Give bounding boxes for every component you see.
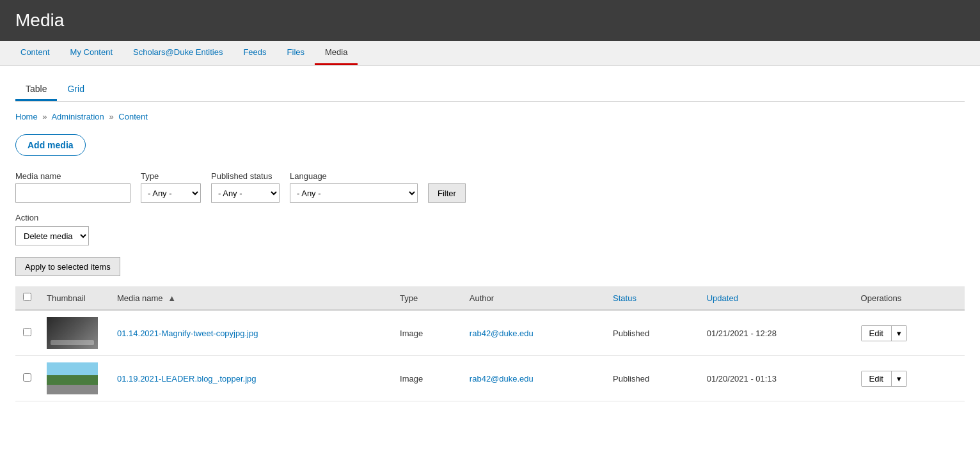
page-header: Media: [0, 0, 980, 41]
page-title: Media: [15, 10, 965, 31]
view-tab-grid[interactable]: Grid: [57, 79, 94, 101]
published-status-label: Published status: [211, 171, 280, 181]
view-tab-table[interactable]: Table: [15, 79, 57, 101]
row1-operations-cell: Edit ▾: [853, 310, 965, 356]
th-type: Type: [392, 286, 462, 310]
row1-type-cell: Image: [392, 310, 462, 356]
th-media-name[interactable]: Media name ▲: [109, 286, 392, 310]
media-name-filter-group: Media name: [15, 171, 130, 203]
tab-my-content[interactable]: My Content: [60, 41, 123, 65]
row2-updated: 01/20/2021 - 01:13: [707, 374, 777, 384]
select-all-checkbox[interactable]: [23, 293, 31, 301]
row1-checkbox-cell: [15, 310, 39, 356]
row1-edit-dropdown[interactable]: ▾: [892, 326, 906, 341]
row2-media-name-link[interactable]: 01.19.2021-LEADER.blog_.topper.jpg: [117, 374, 257, 384]
media-name-input[interactable]: [15, 183, 130, 203]
breadcrumb-sep2: »: [109, 112, 113, 121]
tab-feeds[interactable]: Feeds: [233, 41, 276, 65]
row1-thumbnail-cell: [39, 310, 109, 356]
row2-checkbox[interactable]: [23, 373, 31, 382]
row2-updated-cell: 01/20/2021 - 01:13: [699, 356, 853, 401]
breadcrumb-content[interactable]: Content: [118, 112, 148, 121]
language-label: Language: [290, 171, 418, 181]
row1-updated: 01/21/2021 - 12:28: [707, 329, 777, 338]
type-label: Type: [141, 171, 201, 181]
row2-status-cell: Published: [605, 356, 699, 401]
row1-updated-cell: 01/21/2021 - 12:28: [699, 310, 853, 356]
th-thumbnail: Thumbnail: [39, 286, 109, 310]
row2-author-link[interactable]: rab42@duke.edu: [470, 374, 533, 384]
row1-media-name-link[interactable]: 01.14.2021-Magnify-tweet-copyjpg.jpg: [117, 329, 258, 338]
row2-type-cell: Image: [392, 356, 462, 401]
sort-arrow-media-name: ▲: [168, 293, 176, 303]
row2-checkbox-cell: [15, 356, 39, 401]
breadcrumb-admin[interactable]: Administration: [51, 112, 104, 121]
breadcrumb: Home » Administration » Content: [15, 112, 965, 121]
action-area: Action Delete media Apply to selected it…: [15, 213, 965, 276]
published-status-select[interactable]: - Any - Published Unpublished: [211, 183, 280, 203]
th-checkbox: [15, 286, 39, 310]
row2-edit-button[interactable]: Edit: [862, 371, 892, 386]
row1-status: Published: [613, 329, 649, 338]
tab-content[interactable]: Content: [10, 41, 60, 65]
filters-section: Media name Type - Any - Image Video Audi…: [15, 171, 965, 203]
action-select-wrapper: Delete media: [15, 226, 89, 245]
tab-files[interactable]: Files: [277, 41, 315, 65]
add-media-button[interactable]: Add media: [15, 134, 86, 156]
row1-edit-button[interactable]: Edit: [862, 326, 892, 341]
action-select[interactable]: Delete media: [15, 226, 89, 245]
row1-status-cell: Published: [605, 310, 699, 356]
action-label: Action: [15, 213, 965, 222]
row2-author-cell: rab42@duke.edu: [462, 356, 605, 401]
th-status: Status: [605, 286, 699, 310]
view-tabs: Table Grid: [15, 79, 965, 102]
table-row: 01.19.2021-LEADER.blog_.topper.jpg Image…: [15, 356, 965, 401]
apply-to-selected-button[interactable]: Apply to selected items: [15, 257, 120, 276]
row1-checkbox[interactable]: [23, 328, 31, 336]
row1-author-link[interactable]: rab42@duke.edu: [470, 329, 533, 338]
row1-media-name-cell: 01.14.2021-Magnify-tweet-copyjpg.jpg: [109, 310, 392, 356]
th-operations: Operations: [853, 286, 965, 310]
row2-edit-dropdown[interactable]: ▾: [892, 371, 906, 386]
language-filter-group: Language - Any - English Spanish: [290, 171, 418, 203]
nav-tabs: Content My Content Scholars@Duke Entitie…: [0, 41, 980, 66]
row2-type: Image: [400, 374, 423, 384]
row1-edit-wrapper: Edit ▾: [861, 325, 907, 341]
tab-scholars-duke[interactable]: Scholars@Duke Entities: [123, 41, 233, 65]
table-header-row: Thumbnail Media name ▲ Type Author Statu…: [15, 286, 965, 310]
row2-thumbnail-cell: [39, 356, 109, 401]
media-name-label: Media name: [15, 171, 130, 181]
breadcrumb-home[interactable]: Home: [15, 112, 38, 121]
th-updated: Updated: [699, 286, 853, 310]
tab-media[interactable]: Media: [315, 41, 358, 65]
breadcrumb-sep1: »: [42, 112, 47, 121]
filter-button-group: Filter: [428, 183, 466, 203]
row1-type: Image: [400, 329, 423, 338]
row2-operations-cell: Edit ▾: [853, 356, 965, 401]
table-row: 01.14.2021-Magnify-tweet-copyjpg.jpg Ima…: [15, 310, 965, 356]
th-author: Author: [462, 286, 605, 310]
row1-thumbnail: [47, 317, 98, 349]
row1-author-cell: rab42@duke.edu: [462, 310, 605, 356]
type-select[interactable]: - Any - Image Video Audio Document: [141, 183, 201, 203]
type-filter-group: Type - Any - Image Video Audio Document: [141, 171, 201, 203]
row2-media-name-cell: 01.19.2021-LEADER.blog_.topper.jpg: [109, 356, 392, 401]
media-table: Thumbnail Media name ▲ Type Author Statu…: [15, 286, 965, 401]
filter-button[interactable]: Filter: [428, 183, 466, 203]
row2-thumbnail: [47, 362, 98, 394]
row2-edit-wrapper: Edit ▾: [861, 371, 907, 387]
published-status-filter-group: Published status - Any - Published Unpub…: [211, 171, 280, 203]
row2-status: Published: [613, 374, 649, 384]
language-select[interactable]: - Any - English Spanish: [290, 183, 418, 203]
content-area: Table Grid Home » Administration » Conte…: [0, 66, 980, 414]
